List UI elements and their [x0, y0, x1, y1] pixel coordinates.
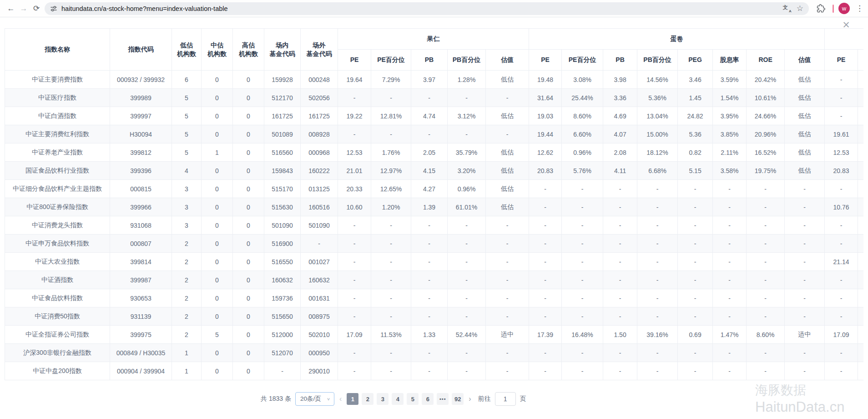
table-cell: 0	[233, 253, 264, 271]
table-cell: 930653	[110, 289, 172, 307]
table-cell: -	[678, 289, 713, 307]
table-cell: 2.05	[411, 143, 448, 162]
site-info-icon[interactable]	[50, 5, 57, 12]
table-cell: 0	[233, 216, 264, 235]
table-cell: -	[338, 253, 371, 271]
table-cell: -	[338, 235, 371, 253]
table-cell: -	[713, 180, 747, 198]
table-cell: -	[486, 235, 529, 253]
column-header: PB	[411, 50, 448, 71]
table-cell: -	[371, 289, 411, 307]
table-cell: 1.39	[411, 198, 448, 216]
table-cell: 0	[202, 107, 233, 125]
table-cell: 0	[233, 307, 264, 326]
table-cell: -	[785, 362, 825, 380]
table-row: 中证800证券保险指数39996630051563016051610.601.2…	[5, 198, 864, 216]
profile-avatar[interactable]: w	[838, 3, 850, 14]
group-header: 蛋卷	[529, 29, 825, 50]
table-cell: 21.14	[825, 253, 858, 271]
table-cell: -	[486, 344, 529, 362]
table-cell: 5.36	[678, 125, 713, 143]
table-cell: 39.16%	[637, 326, 678, 344]
table-cell: -	[411, 362, 448, 380]
table-cell: 501089	[264, 125, 301, 143]
table-cell: 399989	[110, 89, 172, 107]
table-cell: 3.20%	[448, 162, 486, 180]
reload-icon[interactable]: ⟳	[30, 2, 43, 15]
url-text[interactable]: haitundata.cn/a-stock-home?menu=index-va…	[61, 5, 783, 12]
table-cell: 399814	[110, 253, 172, 271]
table-cell: 1.76%	[371, 143, 411, 162]
table-cell: -	[713, 362, 747, 380]
table-cell-clipped	[858, 289, 863, 307]
page-button[interactable]: 6	[422, 393, 434, 405]
table-cell: 515170	[264, 180, 301, 198]
table-cell: -	[371, 362, 411, 380]
table-row: 中证养老产业指数39981251051656000096812.531.76%2…	[5, 143, 864, 162]
table-cell: 0.96%	[448, 180, 486, 198]
page-button[interactable]: 2	[362, 393, 373, 405]
back-icon[interactable]: ←	[5, 2, 17, 15]
table-cell: 2	[172, 307, 202, 326]
table-cell: -	[678, 198, 713, 216]
table-cell: -	[713, 235, 747, 253]
table-cell: 159736	[264, 289, 301, 307]
menu-icon[interactable]: ⋮	[856, 4, 863, 13]
table-cell: 502010	[301, 326, 338, 344]
table-cell: -	[637, 289, 678, 307]
page-button[interactable]: 1	[347, 393, 358, 405]
table-cell: 001631	[301, 289, 338, 307]
column-header: PEG	[678, 50, 713, 71]
url-bar[interactable]: haitundata.cn/a-stock-home?menu=index-va…	[45, 2, 809, 15]
table-cell: -	[411, 344, 448, 362]
page-size-select[interactable]: 20条/页 ∨	[295, 392, 334, 406]
extensions-icon[interactable]	[814, 2, 827, 15]
table-cell: 12.62	[529, 143, 562, 162]
table-cell: 931139	[110, 307, 172, 326]
forward-icon[interactable]: →	[17, 2, 30, 15]
table-cell: 0	[202, 253, 233, 271]
page-button[interactable]: 5	[407, 393, 419, 405]
table-cell: 14.56%	[637, 71, 678, 89]
table-cell: -	[529, 307, 562, 326]
table-cell: 516900	[264, 235, 301, 253]
table-cell: -	[371, 89, 411, 107]
table-cell: 2	[172, 326, 202, 344]
table-cell: -	[785, 307, 825, 326]
table-cell: -	[747, 271, 785, 289]
table-cell: -	[486, 89, 529, 107]
table-cell: 0	[202, 180, 233, 198]
table-cell: 3.46	[678, 71, 713, 89]
table-cell-clipped	[858, 271, 863, 289]
table-cell: 515650	[264, 307, 301, 326]
table-cell: 2	[172, 235, 202, 253]
table-cell: 0	[202, 162, 233, 180]
page-button[interactable]: 92	[452, 393, 464, 405]
table-cell: 013125	[301, 180, 338, 198]
page-button[interactable]: 4	[392, 393, 404, 405]
table-cell: -	[562, 344, 603, 362]
table-cell: -	[448, 344, 486, 362]
table-cell: -	[486, 125, 529, 143]
table-cell: -	[448, 307, 486, 326]
table-cell: -	[338, 362, 371, 380]
table-cell: -	[825, 89, 858, 107]
page-content: × 指数名称指数代码低估 机构数中估 机构数高估 机构数场内 基金代码场外 基金…	[0, 17, 868, 419]
table-cell: -	[637, 307, 678, 326]
page-button[interactable]: 3	[377, 393, 389, 405]
table-cell: 0	[202, 271, 233, 289]
goto-page-input[interactable]	[495, 392, 516, 406]
table-cell: 低估	[785, 143, 825, 162]
bookmark-star-icon[interactable]: ☆	[797, 5, 803, 12]
prev-page-button[interactable]: ‹	[338, 395, 343, 403]
column-header: PB百分位	[637, 50, 678, 71]
table-cell: -	[678, 180, 713, 198]
page-ellipsis-button[interactable]: •••	[437, 393, 449, 405]
next-page-button[interactable]: ›	[468, 395, 472, 403]
table-cell: -	[448, 271, 486, 289]
translate-icon[interactable]: 文 A	[783, 5, 791, 12]
table-cell: 0.96%	[562, 143, 603, 162]
table-cell: 399966	[110, 198, 172, 216]
column-header: PE	[825, 50, 858, 71]
table-cell: 0	[233, 89, 264, 107]
